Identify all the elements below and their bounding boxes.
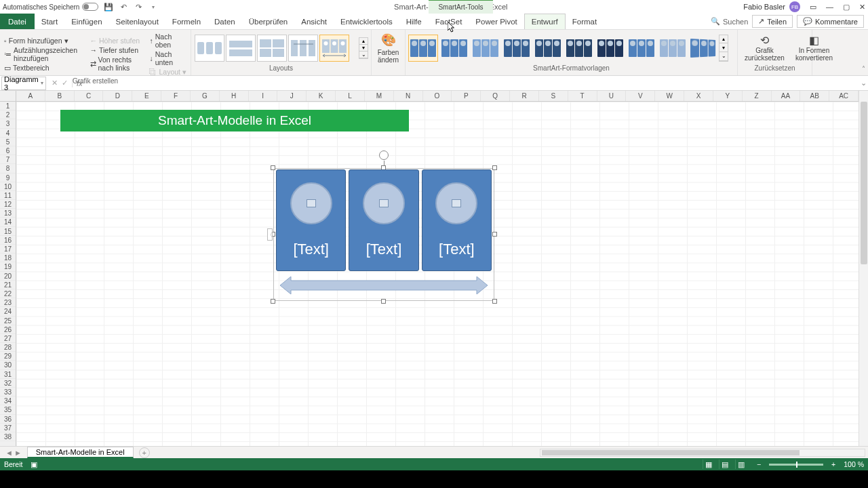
row-header[interactable]: 28	[0, 343, 16, 352]
column-header[interactable]: F	[161, 91, 191, 101]
column-header[interactable]: Q	[481, 91, 510, 101]
column-header[interactable]: X	[684, 91, 713, 101]
vertical-scrollbar[interactable]	[859, 91, 868, 446]
zoom-level[interactable]: 100 %	[844, 460, 864, 468]
resize-handle[interactable]	[492, 232, 497, 237]
row-header[interactable]: 5	[0, 138, 16, 146]
view-normal-icon[interactable]: ▦	[703, 460, 715, 469]
sheet-tab-1[interactable]: Smart-Art-Modelle in Excel	[27, 447, 134, 458]
column-header[interactable]: AA	[772, 91, 801, 101]
column-header[interactable]: L	[336, 91, 365, 101]
column-header[interactable]: G	[191, 91, 220, 101]
row-header[interactable]: 17	[0, 245, 16, 253]
autosave-toggle[interactable]	[82, 3, 98, 11]
collapse-ribbon-icon[interactable]: ˄	[862, 65, 865, 73]
qat-customize-icon[interactable]: ▾	[149, 2, 158, 12]
column-header[interactable]: AB	[800, 91, 829, 101]
row-header[interactable]: 9	[0, 174, 16, 182]
row-header[interactable]: 29	[0, 352, 16, 361]
ribbon-options-icon[interactable]: ▭	[810, 3, 816, 12]
rtl-button[interactable]: ⇄ Von rechts nach links	[90, 56, 147, 72]
row-header[interactable]: 8	[0, 164, 16, 173]
style-thumb-6[interactable]	[564, 35, 594, 62]
row-header[interactable]: 16	[0, 236, 16, 245]
column-header[interactable]: D	[103, 91, 132, 101]
column-header[interactable]: T	[568, 91, 597, 101]
add-sheet-button[interactable]: +	[139, 447, 150, 458]
row-header[interactable]: 2	[0, 110, 16, 119]
column-header[interactable]: AC	[829, 91, 859, 101]
style-thumb-3d[interactable]	[689, 35, 719, 62]
view-pagebreak-icon[interactable]: ▥	[735, 460, 747, 469]
add-shape-button[interactable]: ▫ Form hinzufügen ▾	[4, 37, 87, 45]
styles-gallery-spinner[interactable]: ▴▾⌄	[719, 35, 728, 62]
layout-thumb-5-selected[interactable]	[319, 35, 349, 62]
row-header[interactable]: 26	[0, 325, 16, 334]
column-header[interactable]: J	[277, 91, 307, 101]
tab-formulas[interactable]: Formeln	[165, 14, 208, 29]
row-header[interactable]: 14	[0, 218, 16, 226]
layouts-gallery-spinner[interactable]: ▴▾⌄	[359, 37, 368, 59]
smartart-card-3[interactable]: [Text]	[422, 169, 492, 271]
select-all-corner[interactable]	[0, 91, 16, 102]
column-header[interactable]: P	[452, 91, 481, 101]
move-down-button[interactable]: ↓ Nach unten	[149, 50, 186, 66]
resize-handle[interactable]	[271, 165, 275, 170]
row-header[interactable]: 3	[0, 119, 16, 128]
resize-handle[interactable]	[271, 299, 275, 304]
layout-thumb-3[interactable]	[257, 35, 287, 62]
picture-placeholder-icon[interactable]	[452, 199, 461, 207]
save-icon[interactable]: 💾	[104, 2, 113, 12]
column-header[interactable]: U	[597, 91, 627, 101]
column-header[interactable]: M	[365, 91, 394, 101]
row-header[interactable]: 20	[0, 272, 16, 281]
row-header[interactable]: 34	[0, 396, 16, 405]
style-thumb-9[interactable]	[658, 35, 688, 62]
smartart-text-1[interactable]: [Text]	[293, 241, 329, 258]
macro-record-icon[interactable]: ▣	[31, 460, 37, 468]
row-header[interactable]: 22	[0, 289, 16, 298]
row-header[interactable]: 32	[0, 379, 16, 388]
row-header[interactable]: 18	[0, 253, 16, 262]
resize-handle[interactable]	[381, 299, 386, 304]
tab-insert[interactable]: Einfügen	[64, 14, 108, 29]
add-bullet-button[interactable]: ≔ Aufzählungszeichen hinzufügen	[4, 46, 87, 62]
column-header[interactable]: R	[510, 91, 539, 101]
row-header[interactable]: 4	[0, 129, 16, 138]
row-header[interactable]: 1	[0, 102, 16, 110]
convert-shapes-button[interactable]: ◧ In Formen konvertieren	[791, 34, 837, 62]
layout-thumb-4[interactable]	[288, 35, 318, 62]
row-header[interactable]: 15	[0, 227, 16, 236]
tab-developer[interactable]: Entwicklertools	[334, 14, 399, 29]
close-icon[interactable]: ✕	[859, 3, 865, 12]
tab-review[interactable]: Überprüfen	[242, 14, 295, 29]
column-header[interactable]: V	[626, 91, 655, 101]
style-thumb-2[interactable]	[439, 35, 469, 62]
tab-pagelayout[interactable]: Seitenlayout	[109, 14, 165, 29]
reset-graphic-button[interactable]: ⟲ Grafik zurücksetzen	[741, 34, 789, 62]
style-thumb-7[interactable]	[595, 35, 625, 62]
column-header[interactable]: E	[132, 91, 161, 101]
tab-factset[interactable]: FactSet	[429, 14, 469, 29]
zoom-out-icon[interactable]: −	[757, 460, 761, 468]
column-header[interactable]: W	[655, 91, 684, 101]
tab-powerpivot[interactable]: Power Pivot	[469, 14, 524, 29]
expand-formula-bar-icon[interactable]: ⌄	[859, 79, 868, 87]
row-header[interactable]: 36	[0, 415, 16, 424]
maximize-icon[interactable]: ▢	[843, 3, 850, 12]
view-pagelayout-icon[interactable]: ▤	[719, 460, 731, 469]
resize-handle[interactable]	[492, 299, 497, 304]
row-header[interactable]: 7	[0, 155, 16, 164]
tab-help[interactable]: Hilfe	[399, 14, 429, 29]
tab-format[interactable]: Format	[566, 14, 604, 29]
layout-thumb-2[interactable]	[226, 35, 256, 62]
row-header[interactable]: 27	[0, 334, 16, 343]
formula-bar[interactable]	[87, 77, 859, 90]
share-button[interactable]: ↗ Teilen	[752, 15, 793, 28]
row-header[interactable]: 21	[0, 281, 16, 289]
row-header[interactable]: 12	[0, 200, 16, 209]
row-header[interactable]: 10	[0, 182, 16, 191]
smartart-text-2[interactable]: [Text]	[366, 241, 402, 258]
column-header[interactable]: B	[45, 91, 75, 101]
undo-icon[interactable]: ↶	[119, 2, 128, 12]
